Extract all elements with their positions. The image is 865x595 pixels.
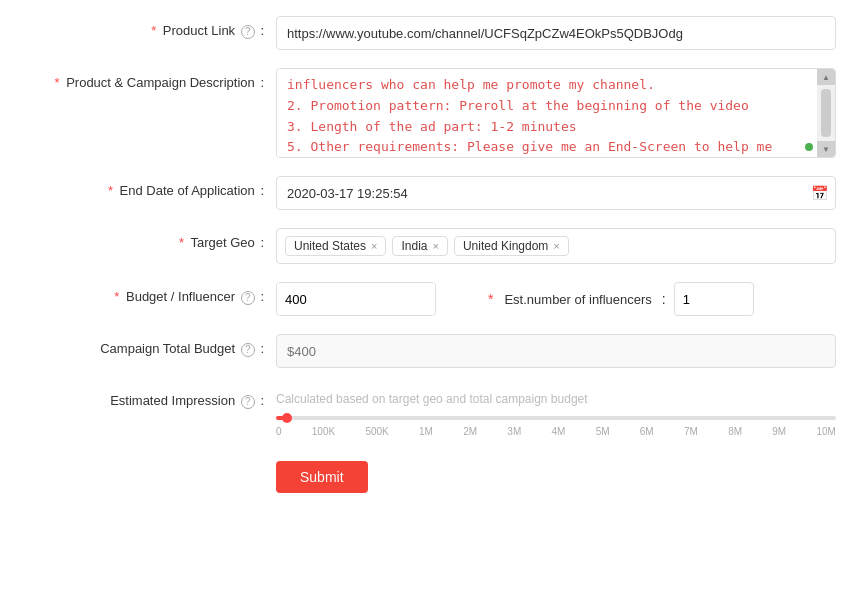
description-row: * Product & Campaign Description : influ… (16, 68, 849, 158)
impression-help-icon[interactable]: ? (241, 395, 255, 409)
slider-label-3m: 3M (507, 426, 521, 437)
tag-uk-label: United Kingdom (463, 239, 548, 253)
label-text: Product Link (163, 23, 235, 38)
geo-label-text: Target Geo (190, 235, 254, 250)
target-geo-row: * Target Geo : United States × India × U… (16, 228, 849, 264)
scroll-up-btn[interactable]: ▲ (817, 69, 835, 85)
help-icon[interactable]: ? (241, 25, 255, 39)
date-input-wrapper: 📅 (276, 176, 836, 210)
slider-track (276, 416, 836, 420)
tag-us-close[interactable]: × (371, 241, 377, 252)
campaign-budget-input[interactable] (276, 334, 836, 368)
end-date-input-col: 📅 (276, 176, 849, 210)
slider-label-5m: 5M (596, 426, 610, 437)
slider-label-500k: 500K (365, 426, 388, 437)
tag-uk: United Kingdom × (454, 236, 569, 256)
budget-help-icon[interactable]: ? (241, 291, 255, 305)
tag-india-close[interactable]: × (433, 241, 439, 252)
budget-est-row: $ * Est.number of influencers : (276, 282, 849, 316)
description-label: * Product & Campaign Description : (16, 68, 276, 92)
campaign-budget-label-text: Campaign Total Budget (100, 341, 235, 356)
budget-row: * Budget / Influencer ? : $ * Est.number… (16, 282, 849, 316)
slider-label-2m: 2M (463, 426, 477, 437)
slider-label-4m: 4M (552, 426, 566, 437)
impression-label-text: Estimated Impression (110, 393, 235, 408)
date-label-text: End Date of Application (120, 183, 255, 198)
target-geo-input-col: United States × India × United Kingdom × (276, 228, 849, 264)
slider-labels: 0 100K 500K 1M 2M 3M 4M 5M 6M 7M 8M 9M 1… (276, 426, 836, 437)
slider-label-0: 0 (276, 426, 282, 437)
end-date-row: * End Date of Application : 📅 (16, 176, 849, 210)
campaign-budget-help-icon[interactable]: ? (241, 343, 255, 357)
scrollbar: ▲ ▼ (817, 69, 835, 157)
scroll-down-btn[interactable]: ▼ (817, 141, 835, 157)
product-link-row: * Product Link ? : (16, 16, 849, 50)
slider-area: 0 100K 500K 1M 2M 3M 4M 5M 6M 7M 8M 9M 1… (276, 416, 836, 437)
budget-input-col: $ * Est.number of influencers : (276, 282, 849, 316)
submit-label-spacer (16, 455, 276, 461)
required-star-desc: * (54, 75, 59, 90)
end-date-input[interactable] (276, 176, 836, 210)
estimated-impression-label: Estimated Impression ? : (16, 386, 276, 410)
scroll-track (821, 89, 831, 137)
tag-india: India × (392, 236, 447, 256)
required-star-geo: * (179, 235, 184, 250)
required-star: * (151, 23, 156, 38)
required-star-est: * (488, 291, 493, 307)
slider-label-1m: 1M (419, 426, 433, 437)
impression-description: Calculated based on target geo and total… (276, 386, 849, 406)
product-link-input-col (276, 16, 849, 50)
slider-label-7m: 7M (684, 426, 698, 437)
tag-us: United States × (285, 236, 386, 256)
slider-label-100k: 100K (312, 426, 335, 437)
budget-input[interactable] (277, 283, 436, 315)
tags-input[interactable]: United States × India × United Kingdom × (276, 228, 836, 264)
tag-uk-close[interactable]: × (553, 241, 559, 252)
product-link-input[interactable] (276, 16, 836, 50)
green-status-dot (805, 143, 813, 151)
impression-input-col: Calculated based on target geo and total… (276, 386, 849, 437)
campaign-budget-label: Campaign Total Budget ? : (16, 334, 276, 358)
slider-label-8m: 8M (728, 426, 742, 437)
target-geo-label: * Target Geo : (16, 228, 276, 252)
calendar-icon[interactable]: 📅 (811, 185, 828, 201)
tag-india-label: India (401, 239, 427, 253)
slider-thumb[interactable] (282, 413, 292, 423)
slider-label-10m: 10M (816, 426, 835, 437)
description-input-col: influencers who can help me promote my c… (276, 68, 849, 158)
slider-label-6m: 6M (640, 426, 654, 437)
slider-label-9m: 9M (772, 426, 786, 437)
budget-input-wrapper: $ (276, 282, 436, 316)
product-link-label: * Product Link ? : (16, 16, 276, 40)
est-influencers-input[interactable] (674, 282, 754, 316)
est-influencer-section: * Est.number of influencers : (488, 282, 754, 316)
campaign-budget-row: Campaign Total Budget ? : (16, 334, 849, 368)
description-textarea[interactable]: influencers who can help me promote my c… (277, 69, 835, 157)
required-star-date: * (108, 183, 113, 198)
desc-label-text: Product & Campaign Description (66, 75, 255, 90)
campaign-budget-input-col (276, 334, 849, 368)
budget-label: * Budget / Influencer ? : (16, 282, 276, 306)
budget-label-text: Budget / Influencer (126, 289, 235, 304)
estimated-impression-row: Estimated Impression ? : Calculated base… (16, 386, 849, 437)
submit-row: Submit (16, 455, 849, 493)
textarea-wrapper: influencers who can help me promote my c… (276, 68, 836, 158)
submit-input-col: Submit (276, 455, 849, 493)
tag-us-label: United States (294, 239, 366, 253)
submit-button[interactable]: Submit (276, 461, 368, 493)
est-label: Est.number of influencers (504, 292, 651, 307)
end-date-label: * End Date of Application : (16, 176, 276, 200)
required-star-budget: * (114, 289, 119, 304)
